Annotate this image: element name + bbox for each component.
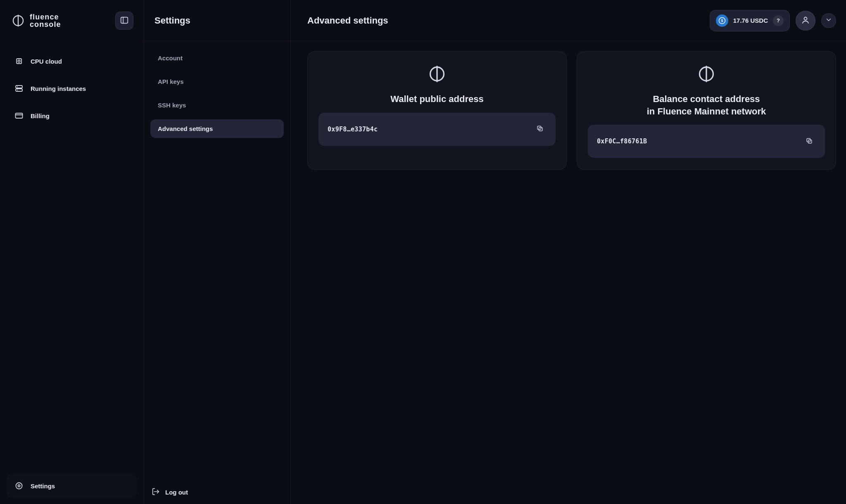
logout-button[interactable]: Log out: [151, 487, 283, 497]
content: Wallet public address 0x9F8…e337b4c Bala…: [291, 41, 846, 180]
copy-icon: [536, 124, 544, 134]
topbar-right: $ 17.76 USDC ?: [710, 10, 836, 31]
svg-rect-5: [18, 60, 20, 62]
main: Advanced settings $ 17.76 USDC ?: [291, 0, 846, 504]
sidebar-collapse-button[interactable]: [115, 12, 133, 30]
usdc-icon: $: [716, 14, 728, 27]
svg-point-13: [18, 485, 20, 487]
logout-label: Log out: [165, 489, 188, 496]
balance-address-field: 0xF0C…f86761B: [588, 125, 825, 158]
sidebar-item-label: Settings: [31, 483, 55, 490]
svg-rect-10: [16, 113, 23, 118]
sidebar-nav: CPU cloud Running instances Billing: [0, 45, 143, 132]
svg-rect-4: [17, 59, 21, 64]
sidebar-footer: Settings: [0, 468, 143, 504]
settings-subnav: Settings Account API keys SSH keys Advan…: [144, 0, 291, 504]
copy-balance-address-button[interactable]: [803, 135, 816, 148]
server-icon: [13, 83, 25, 94]
sidebar-item-running-instances[interactable]: Running instances: [7, 77, 137, 100]
copy-icon: [805, 137, 813, 146]
subnav-item-account[interactable]: Account: [150, 49, 284, 67]
brand-line1: fluence: [30, 13, 61, 21]
svg-point-9: [17, 90, 18, 90]
account-menu-toggle[interactable]: [821, 13, 836, 28]
copy-wallet-address-button[interactable]: [533, 123, 547, 136]
topbar: Advanced settings $ 17.76 USDC ?: [291, 0, 846, 41]
balance-card-title-line2: in Fluence Mainnet network: [647, 106, 766, 116]
subnav-item-advanced-settings[interactable]: Advanced settings: [150, 119, 284, 138]
balance-amount: 17.76 USDC: [733, 17, 768, 24]
subnav-item-api-keys[interactable]: API keys: [150, 72, 284, 91]
credit-card-icon: [13, 110, 25, 121]
panel-left-icon: [120, 16, 129, 26]
sidebar-item-billing[interactable]: Billing: [7, 104, 137, 127]
wallet-address-value: 0x9F8…e337b4c: [328, 126, 378, 133]
balance-currency: USDC: [750, 17, 768, 24]
balance-card-title: Balance contact address in Fluence Mainn…: [647, 93, 766, 117]
brand-text: fluence console: [30, 13, 61, 28]
svg-rect-7: [16, 89, 22, 91]
balance-help-button[interactable]: ?: [773, 15, 784, 26]
sidebar-item-cpu-cloud[interactable]: CPU cloud: [7, 50, 137, 73]
svg-point-17: [804, 17, 807, 20]
balance-card-title-line1: Balance contact address: [653, 94, 760, 104]
sidebar: fluence console CPU cloud: [0, 0, 144, 504]
gear-icon: [13, 480, 25, 492]
svg-point-8: [17, 86, 18, 87]
wallet-card-logo-icon: [425, 62, 449, 86]
balance-address-value: 0xF0C…f86761B: [597, 138, 647, 145]
brand-line2: console: [30, 21, 61, 28]
svg-text:$: $: [721, 19, 723, 23]
cpu-icon: [13, 55, 25, 67]
balance-address-card: Balance contact address in Fluence Mainn…: [577, 51, 836, 170]
logout-icon: [151, 487, 160, 497]
fluence-logo-icon: [12, 14, 25, 27]
svg-point-12: [16, 483, 22, 489]
page-title: Advanced settings: [307, 15, 388, 26]
subnav-title: Settings: [144, 0, 290, 41]
svg-rect-6: [16, 86, 22, 88]
balance-chip[interactable]: $ 17.76 USDC ?: [710, 10, 790, 31]
brand-row: fluence console: [0, 0, 143, 41]
wallet-card-title: Wallet public address: [390, 93, 483, 105]
chevron-down-icon: [825, 16, 832, 25]
sidebar-item-label: Running instances: [31, 85, 86, 92]
sidebar-item-label: Billing: [31, 112, 50, 119]
balance-card-logo-icon: [695, 62, 718, 86]
sidebar-item-settings[interactable]: Settings: [7, 474, 137, 497]
balance-number: 17.76: [733, 17, 749, 24]
wallet-address-field: 0x9F8…e337b4c: [318, 113, 556, 146]
brand: fluence console: [12, 13, 61, 28]
avatar-button[interactable]: [796, 11, 815, 31]
avatar-icon: [801, 15, 810, 26]
sidebar-item-label: CPU cloud: [31, 58, 62, 65]
subnav-list: Account API keys SSH keys Advanced setti…: [144, 41, 290, 145]
subnav-item-ssh-keys[interactable]: SSH keys: [150, 96, 284, 114]
svg-rect-2: [121, 17, 128, 23]
wallet-card: Wallet public address 0x9F8…e337b4c: [307, 51, 567, 170]
